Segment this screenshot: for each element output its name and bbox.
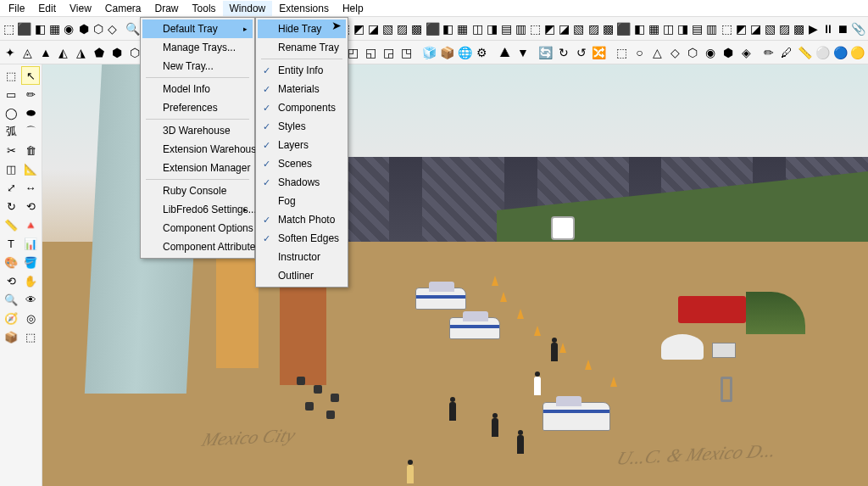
tool-button[interactable]: ◫ (2, 159, 20, 178)
menu-item-new-tray-[interactable]: New Tray... (142, 57, 253, 75)
toolbar-button[interactable]: ✦ (2, 42, 19, 63)
toolbar-button[interactable]: 📦 (438, 42, 455, 63)
menu-item-3d-warehouse[interactable]: 3D Warehouse (142, 121, 253, 140)
tool-button[interactable]: T (2, 234, 20, 253)
toolbar-button[interactable]: ⬢ (720, 42, 737, 63)
tool-button[interactable]: ⬚ (2, 66, 20, 85)
menu-help[interactable]: Help (336, 1, 370, 16)
menu-draw[interactable]: Draw (148, 1, 186, 16)
tool-button[interactable]: ⌒ (21, 122, 40, 141)
tool-button[interactable]: 🔺 (21, 215, 40, 234)
toolbar-button[interactable]: ▩ (410, 19, 424, 39)
toolbar-button[interactable]: ⚙ (474, 42, 491, 63)
tool-button[interactable]: ✏ (21, 85, 40, 103)
toolbar-button[interactable]: ◩ (352, 19, 365, 39)
toolbar-button[interactable]: ◱ (362, 42, 379, 63)
tray-item-outliner[interactable]: Outliner (258, 266, 346, 285)
menu-item-libfredo6-settings-[interactable]: LibFredo6 Settings...▸ (142, 200, 253, 219)
menu-item-extension-manager[interactable]: Extension Manager (142, 159, 253, 177)
toolbar-button[interactable]: 🔵 (832, 42, 849, 63)
toolbar-button[interactable]: ↻ (555, 42, 572, 63)
tool-button[interactable]: 📦 (2, 327, 20, 346)
toolbar-button[interactable]: ▦ (456, 19, 470, 39)
menu-item-preferences[interactable]: Preferences (142, 98, 253, 117)
toolbar-button[interactable]: ⬢ (108, 42, 125, 63)
toolbar-button[interactable]: ▲ (37, 42, 54, 63)
toolbar-button[interactable]: ▧ (381, 19, 394, 39)
toolbar-button[interactable]: ⬛ (615, 19, 632, 39)
tool-button[interactable]: ✂ (2, 141, 20, 159)
tray-item-instructor[interactable]: Instructor (258, 248, 346, 266)
toolbar-button[interactable]: ◪ (748, 19, 762, 39)
tray-item-rename-tray[interactable]: Rename Tray (258, 38, 346, 57)
toolbar-button[interactable]: ◧ (632, 19, 646, 39)
tool-button[interactable]: ◎ (21, 309, 40, 327)
toolbar-button[interactable]: ▥ (514, 19, 527, 39)
toolbar-button[interactable]: ⬡ (92, 19, 105, 39)
toolbar-button[interactable]: ◧ (442, 19, 455, 39)
toolbar-button[interactable]: ⬚ (614, 42, 631, 63)
toolbar-button[interactable]: ⏸ (821, 19, 835, 39)
toolbar-button[interactable]: ↺ (573, 42, 590, 63)
menu-item-manage-trays-[interactable]: Manage Trays... (142, 38, 253, 57)
toolbar-button[interactable]: 🌐 (456, 42, 473, 63)
tray-item-fog[interactable]: Fog (258, 192, 346, 210)
toolbar-button[interactable]: ◭ (55, 42, 72, 63)
toolbar-button[interactable]: ▦ (47, 19, 61, 39)
menu-item-component-attributes[interactable]: Component Attributes (142, 237, 253, 256)
toolbar-button[interactable]: ▥ (705, 19, 719, 39)
menu-extensions[interactable]: Extensions (272, 1, 336, 16)
toolbar-button[interactable]: ▤ (691, 19, 704, 39)
toolbar-button[interactable]: ◈ (737, 42, 754, 63)
toolbar-button[interactable]: 🧊 (420, 42, 437, 63)
toolbar-button[interactable]: ◮ (73, 42, 90, 63)
toolbar-button[interactable]: ◳ (398, 42, 415, 63)
tool-button[interactable]: 👁 (21, 290, 40, 309)
tray-item-entity-info[interactable]: ✓Entity Info (258, 61, 346, 80)
tool-button[interactable]: 📊 (21, 234, 40, 253)
toolbar-button[interactable]: ◬ (19, 42, 36, 63)
tool-button[interactable]: ⟲ (21, 197, 40, 215)
toolbar-button[interactable]: △ (648, 42, 665, 63)
toolbar-button[interactable]: ⚪ (814, 42, 831, 63)
tool-button[interactable]: 🧭 (2, 309, 20, 327)
tray-item-styles[interactable]: ✓Styles (258, 117, 346, 136)
toolbar-button[interactable]: ⬚ (529, 19, 542, 39)
toolbar-button[interactable]: ◇ (106, 19, 120, 39)
tray-item-materials[interactable]: ✓Materials (258, 80, 346, 98)
menu-item-default-tray[interactable]: Default Tray▸ (142, 20, 253, 38)
toolbar-button[interactable]: ▩ (793, 19, 806, 39)
tray-item-components[interactable]: ✓Components (258, 98, 346, 117)
toolbar-button[interactable]: 📎 (850, 19, 866, 39)
toolbar-button[interactable]: ◧ (33, 19, 47, 39)
toolbar-button[interactable]: ▩ (601, 19, 615, 39)
toolbar-button[interactable]: ▦ (647, 19, 660, 39)
toolbar-button[interactable]: ▨ (778, 19, 792, 39)
toolbar-button[interactable]: ✏ (760, 42, 777, 63)
toolbar-button[interactable]: ◲ (380, 42, 397, 63)
toolbar-button[interactable]: ⏹ (836, 19, 849, 39)
tray-item-layers[interactable]: ✓Layers (258, 136, 346, 154)
menu-edit[interactable]: Edit (31, 1, 63, 16)
tray-item-shadows[interactable]: ✓Shadows (258, 173, 346, 192)
tool-button[interactable]: ⬚ (21, 327, 40, 346)
toolbar-button[interactable]: ⬟ (91, 42, 108, 63)
toolbar-button[interactable]: ⬛ (425, 19, 441, 39)
tool-button[interactable]: 📐 (21, 159, 40, 178)
toolbar-button[interactable]: 🔀 (591, 42, 608, 63)
tool-button[interactable]: 🎨 (2, 253, 20, 271)
toolbar-button[interactable]: 🟡 (849, 42, 866, 63)
toolbar-button[interactable]: ▤ (499, 19, 513, 39)
toolbar-button[interactable]: 🔄 (537, 42, 554, 63)
menu-camera[interactable]: Camera (98, 1, 148, 16)
toolbar-button[interactable]: ▧ (763, 19, 776, 39)
toolbar-button[interactable]: ◫ (662, 19, 676, 39)
tool-button[interactable]: ↻ (2, 197, 20, 215)
tool-button[interactable]: 弧 (2, 122, 20, 141)
toolbar-button[interactable]: ◉ (702, 42, 719, 63)
toolbar-button[interactable]: ◨ (676, 19, 690, 39)
tray-item-scenes[interactable]: ✓Scenes (258, 154, 346, 173)
tray-item-match-photo[interactable]: ✓Match Photo (258, 210, 346, 229)
toolbar-button[interactable]: ◉ (62, 19, 75, 39)
menu-item-ruby-console[interactable]: Ruby Console (142, 182, 253, 200)
